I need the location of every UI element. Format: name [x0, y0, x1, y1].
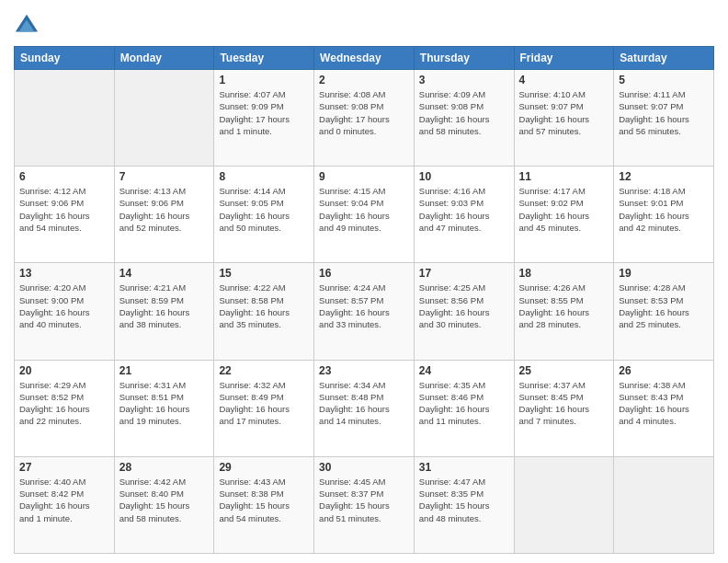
day-number: 9 [319, 170, 409, 183]
day-info: Sunrise: 4:09 AM Sunset: 9:08 PM Dayligh… [419, 88, 509, 137]
weekday-tuesday: Tuesday [214, 47, 314, 70]
day-info: Sunrise: 4:38 AM Sunset: 8:43 PM Dayligh… [619, 379, 709, 428]
header [14, 9, 714, 39]
calendar-cell: 17Sunrise: 4:25 AM Sunset: 8:56 PM Dayli… [414, 263, 514, 360]
day-info: Sunrise: 4:34 AM Sunset: 8:48 PM Dayligh… [319, 379, 409, 428]
day-number: 28 [119, 461, 210, 474]
calendar-cell: 20Sunrise: 4:29 AM Sunset: 8:52 PM Dayli… [15, 360, 115, 456]
calendar-cell: 8Sunrise: 4:14 AM Sunset: 9:05 PM Daylig… [214, 167, 314, 263]
weekday-wednesday: Wednesday [314, 47, 415, 70]
day-info: Sunrise: 4:22 AM Sunset: 8:58 PM Dayligh… [219, 282, 309, 330]
day-number: 1 [219, 74, 309, 86]
page: SundayMondayTuesdayWednesdayThursdayFrid… [0, 0, 728, 563]
calendar-cell: 7Sunrise: 4:13 AM Sunset: 9:06 PM Daylig… [114, 167, 214, 263]
day-number: 31 [419, 461, 509, 474]
day-number: 13 [19, 267, 109, 280]
calendar-cell: 18Sunrise: 4:26 AM Sunset: 8:55 PM Dayli… [514, 263, 614, 360]
weekday-header-row: SundayMondayTuesdayWednesdayThursdayFrid… [15, 47, 714, 70]
day-number: 16 [319, 267, 409, 280]
calendar-cell: 29Sunrise: 4:43 AM Sunset: 8:38 PM Dayli… [214, 456, 314, 553]
day-number: 24 [419, 364, 509, 377]
day-info: Sunrise: 4:16 AM Sunset: 9:03 PM Dayligh… [419, 185, 509, 234]
calendar-cell: 26Sunrise: 4:38 AM Sunset: 8:43 PM Dayli… [614, 360, 714, 456]
weekday-monday: Monday [114, 47, 214, 70]
day-info: Sunrise: 4:29 AM Sunset: 8:52 PM Dayligh… [19, 379, 109, 428]
day-info: Sunrise: 4:24 AM Sunset: 8:57 PM Dayligh… [319, 282, 409, 330]
calendar-cell [614, 456, 714, 553]
calendar-cell: 3Sunrise: 4:09 AM Sunset: 9:08 PM Daylig… [414, 70, 514, 167]
day-number: 18 [519, 267, 609, 280]
logo-icon [14, 13, 40, 39]
calendar-cell [514, 456, 614, 553]
calendar-cell [15, 70, 115, 167]
calendar-cell: 23Sunrise: 4:34 AM Sunset: 8:48 PM Dayli… [314, 360, 415, 456]
day-info: Sunrise: 4:47 AM Sunset: 8:35 PM Dayligh… [419, 476, 509, 524]
day-number: 12 [619, 170, 709, 183]
day-info: Sunrise: 4:37 AM Sunset: 8:45 PM Dayligh… [519, 379, 609, 428]
day-number: 15 [219, 267, 309, 280]
day-number: 19 [619, 267, 709, 280]
week-row-3: 13Sunrise: 4:20 AM Sunset: 9:00 PM Dayli… [15, 263, 714, 360]
day-number: 23 [319, 364, 409, 377]
weekday-saturday: Saturday [614, 47, 714, 70]
week-row-2: 6Sunrise: 4:12 AM Sunset: 9:06 PM Daylig… [15, 167, 714, 263]
day-number: 21 [119, 364, 210, 377]
day-number: 14 [119, 267, 210, 280]
calendar-cell: 25Sunrise: 4:37 AM Sunset: 8:45 PM Dayli… [514, 360, 614, 456]
calendar-cell: 10Sunrise: 4:16 AM Sunset: 9:03 PM Dayli… [414, 167, 514, 263]
day-info: Sunrise: 4:15 AM Sunset: 9:04 PM Dayligh… [319, 185, 409, 234]
day-number: 8 [219, 170, 309, 183]
weekday-thursday: Thursday [414, 47, 514, 70]
calendar-cell [114, 70, 214, 167]
calendar-cell: 21Sunrise: 4:31 AM Sunset: 8:51 PM Dayli… [114, 360, 214, 456]
calendar-cell: 24Sunrise: 4:35 AM Sunset: 8:46 PM Dayli… [414, 360, 514, 456]
day-info: Sunrise: 4:31 AM Sunset: 8:51 PM Dayligh… [119, 379, 210, 428]
day-number: 17 [419, 267, 509, 280]
day-number: 11 [519, 170, 609, 183]
weekday-friday: Friday [514, 47, 614, 70]
day-info: Sunrise: 4:35 AM Sunset: 8:46 PM Dayligh… [419, 379, 509, 428]
calendar-cell: 11Sunrise: 4:17 AM Sunset: 9:02 PM Dayli… [514, 167, 614, 263]
day-number: 5 [619, 74, 709, 86]
calendar-cell: 6Sunrise: 4:12 AM Sunset: 9:06 PM Daylig… [15, 167, 115, 263]
calendar-cell: 15Sunrise: 4:22 AM Sunset: 8:58 PM Dayli… [214, 263, 314, 360]
day-number: 22 [219, 364, 309, 377]
weekday-sunday: Sunday [15, 47, 115, 70]
day-info: Sunrise: 4:28 AM Sunset: 8:53 PM Dayligh… [619, 282, 709, 330]
day-info: Sunrise: 4:12 AM Sunset: 9:06 PM Dayligh… [19, 185, 109, 234]
day-info: Sunrise: 4:07 AM Sunset: 9:09 PM Dayligh… [219, 88, 309, 137]
calendar-cell: 22Sunrise: 4:32 AM Sunset: 8:49 PM Dayli… [214, 360, 314, 456]
day-info: Sunrise: 4:08 AM Sunset: 9:08 PM Dayligh… [319, 88, 409, 137]
day-info: Sunrise: 4:14 AM Sunset: 9:05 PM Dayligh… [219, 185, 309, 234]
calendar-cell: 14Sunrise: 4:21 AM Sunset: 8:59 PM Dayli… [114, 263, 214, 360]
calendar: SundayMondayTuesdayWednesdayThursdayFrid… [14, 46, 714, 554]
day-info: Sunrise: 4:21 AM Sunset: 8:59 PM Dayligh… [119, 282, 210, 330]
day-number: 30 [319, 461, 409, 474]
calendar-cell: 31Sunrise: 4:47 AM Sunset: 8:35 PM Dayli… [414, 456, 514, 553]
day-info: Sunrise: 4:18 AM Sunset: 9:01 PM Dayligh… [619, 185, 709, 234]
day-number: 2 [319, 74, 409, 86]
day-info: Sunrise: 4:17 AM Sunset: 9:02 PM Dayligh… [519, 185, 609, 234]
calendar-cell: 5Sunrise: 4:11 AM Sunset: 9:07 PM Daylig… [614, 70, 714, 167]
day-number: 27 [19, 461, 109, 474]
calendar-cell: 1Sunrise: 4:07 AM Sunset: 9:09 PM Daylig… [214, 70, 314, 167]
day-number: 10 [419, 170, 509, 183]
day-number: 29 [219, 461, 309, 474]
day-info: Sunrise: 4:11 AM Sunset: 9:07 PM Dayligh… [619, 88, 709, 137]
day-number: 3 [419, 74, 509, 86]
day-info: Sunrise: 4:43 AM Sunset: 8:38 PM Dayligh… [219, 476, 309, 524]
day-number: 25 [519, 364, 609, 377]
day-number: 7 [119, 170, 210, 183]
calendar-cell: 27Sunrise: 4:40 AM Sunset: 8:42 PM Dayli… [15, 456, 115, 553]
week-row-4: 20Sunrise: 4:29 AM Sunset: 8:52 PM Dayli… [15, 360, 714, 456]
day-info: Sunrise: 4:20 AM Sunset: 9:00 PM Dayligh… [19, 282, 109, 330]
calendar-cell: 28Sunrise: 4:42 AM Sunset: 8:40 PM Dayli… [114, 456, 214, 553]
day-number: 26 [619, 364, 709, 377]
calendar-cell: 16Sunrise: 4:24 AM Sunset: 8:57 PM Dayli… [314, 263, 415, 360]
day-info: Sunrise: 4:32 AM Sunset: 8:49 PM Dayligh… [219, 379, 309, 428]
logo [14, 13, 41, 39]
day-info: Sunrise: 4:26 AM Sunset: 8:55 PM Dayligh… [519, 282, 609, 330]
day-info: Sunrise: 4:25 AM Sunset: 8:56 PM Dayligh… [419, 282, 509, 330]
calendar-cell: 13Sunrise: 4:20 AM Sunset: 9:00 PM Dayli… [15, 263, 115, 360]
calendar-cell: 2Sunrise: 4:08 AM Sunset: 9:08 PM Daylig… [314, 70, 415, 167]
